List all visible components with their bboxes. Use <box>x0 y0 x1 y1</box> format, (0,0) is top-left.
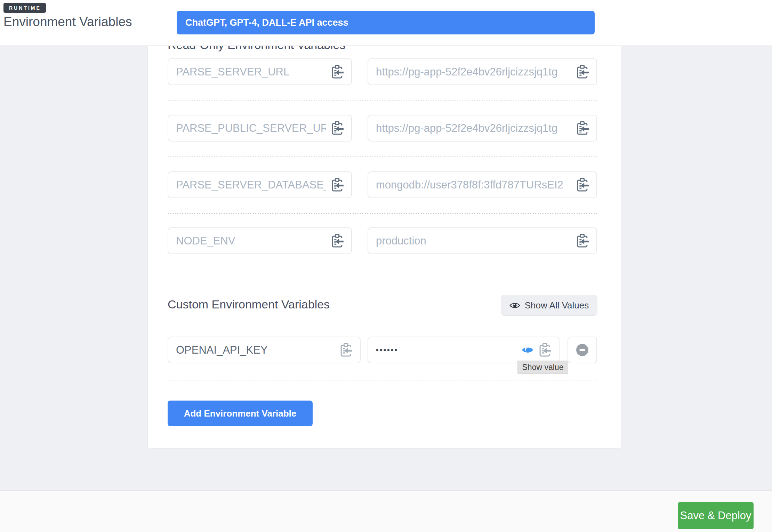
eye-icon <box>509 301 520 309</box>
env-key-input[interactable]: PARSE_SERVER_URL <box>168 58 352 85</box>
clipboard-paste-icon <box>331 234 344 248</box>
show-all-values-label: Show All Values <box>525 300 589 311</box>
clipboard-paste-icon <box>331 65 344 79</box>
readonly-rows-list: PARSE_SERVER_URL https://pg-app-52f2e4bv… <box>148 46 621 448</box>
copy-value-button[interactable] <box>576 234 589 248</box>
api-access-banner[interactable]: ChatGPT, GPT-4, DALL-E API access <box>177 11 595 34</box>
custom-key-text: OPENAI_API_KEY <box>176 344 335 356</box>
custom-section-heading: Custom Environment Variables <box>168 297 330 311</box>
api-access-banner-label: ChatGPT, GPT-4, DALL-E API access <box>185 17 348 28</box>
show-value-tooltip: Show value <box>517 361 568 374</box>
copy-value-button[interactable] <box>576 178 589 192</box>
env-key-text: PARSE_SERVER_DATABASE_U <box>176 179 326 191</box>
clipboard-paste-icon <box>331 178 344 192</box>
page-title: Environment Variables <box>3 15 132 29</box>
action-footer: Save & Deploy <box>0 490 772 532</box>
copy-key-button[interactable] <box>331 121 344 135</box>
env-var-row: NODE_ENV production <box>148 227 621 254</box>
custom-value-masked-text: •••••• <box>376 346 517 355</box>
env-key-text: PARSE_PUBLIC_SERVER_URL <box>176 122 326 135</box>
env-key-input[interactable]: PARSE_PUBLIC_SERVER_URL <box>168 115 352 142</box>
show-all-values-button[interactable]: Show All Values <box>501 295 597 316</box>
env-var-row: PARSE_SERVER_DATABASE_U mongodb://user37… <box>148 171 621 198</box>
clipboard-paste-icon <box>331 121 344 135</box>
env-key-input[interactable]: NODE_ENV <box>168 227 352 254</box>
env-value-text: https://pg-app-52f2e4bv26rljcizzsjq1tg <box>376 66 571 78</box>
copy-key-button[interactable] <box>331 65 344 79</box>
clipboard-paste-icon <box>576 234 589 248</box>
remove-variable-button[interactable] <box>568 337 597 363</box>
clipboard-paste-icon <box>576 121 589 135</box>
env-key-input[interactable]: PARSE_SERVER_DATABASE_U <box>168 171 352 198</box>
env-value-input[interactable]: production <box>368 227 597 254</box>
copy-key-button[interactable] <box>339 343 352 357</box>
env-var-row: PARSE_SERVER_URL https://pg-app-52f2e4bv… <box>148 58 621 85</box>
clipboard-paste-icon <box>576 65 589 79</box>
row-divider <box>168 213 597 214</box>
custom-key-input[interactable]: OPENAI_API_KEY <box>168 337 361 363</box>
eye-icon <box>522 346 533 354</box>
env-value-input[interactable]: https://pg-app-52f2e4bv26rljcizzsjq1tg <box>368 115 597 142</box>
env-key-text: NODE_ENV <box>176 235 326 247</box>
env-key-text: PARSE_SERVER_URL <box>176 66 326 78</box>
copy-key-button[interactable] <box>331 178 344 192</box>
clipboard-paste-icon <box>538 343 551 357</box>
copy-value-button[interactable] <box>538 343 551 357</box>
env-value-text: mongodb://user378f8f:3ffd787TURsEI2 <box>376 179 571 191</box>
env-value-text: https://pg-app-52f2e4bv26rljcizzsjq1tg <box>376 122 571 135</box>
page-header: RUNTIME Environment Variables ChatGPT, G… <box>0 0 772 46</box>
env-var-row: PARSE_PUBLIC_SERVER_URL https://pg-app-5… <box>148 115 621 142</box>
env-value-text: production <box>376 235 571 247</box>
copy-value-button[interactable] <box>576 65 589 79</box>
runtime-badge: RUNTIME <box>3 3 46 13</box>
row-divider <box>168 100 597 101</box>
env-variables-card: Read-Only Environment Variables PARSE_SE… <box>147 46 622 449</box>
add-environment-variable-button[interactable]: Add Environment Variable <box>168 401 313 426</box>
custom-env-var-row: OPENAI_API_KEY •••••• <box>148 337 621 363</box>
show-value-button[interactable] <box>522 346 533 354</box>
row-divider <box>168 380 597 380</box>
minus-circle-icon <box>576 344 589 356</box>
clipboard-paste-icon <box>339 343 352 357</box>
env-value-input[interactable]: https://pg-app-52f2e4bv26rljcizzsjq1tg <box>368 58 597 85</box>
custom-value-input[interactable]: •••••• <box>368 337 560 363</box>
clipboard-paste-icon <box>576 178 589 192</box>
copy-key-button[interactable] <box>331 234 344 248</box>
copy-value-button[interactable] <box>576 121 589 135</box>
env-value-input[interactable]: mongodb://user378f8f:3ffd787TURsEI2 <box>368 171 597 198</box>
save-deploy-button[interactable]: Save & Deploy <box>678 502 754 529</box>
row-divider <box>168 156 597 157</box>
